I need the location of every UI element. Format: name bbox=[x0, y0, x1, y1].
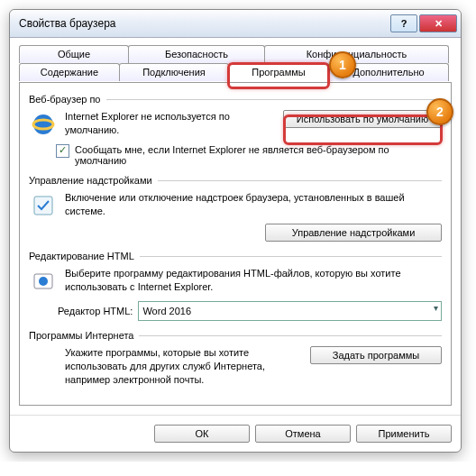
html-editor-label: Редактор HTML: bbox=[58, 306, 133, 316]
tab-connections[interactable]: Подключения bbox=[119, 63, 229, 81]
cancel-button[interactable]: Отмена bbox=[255, 425, 351, 443]
group-title-addons: Управление надстройками bbox=[29, 175, 158, 186]
group-internet-programs: Программы Интернета Укажите программы, к… bbox=[29, 330, 442, 387]
set-programs-button[interactable]: Задать программы bbox=[310, 346, 442, 364]
html-editor-select[interactable]: Word 2016 bbox=[138, 301, 442, 321]
tab-security[interactable]: Безопасность bbox=[128, 45, 265, 63]
notify-default-label: Сообщать мне, если Internet Explorer не … bbox=[75, 144, 442, 166]
tab-general[interactable]: Общие bbox=[19, 45, 129, 63]
ie-icon bbox=[29, 110, 58, 139]
tab-programs[interactable]: Программы bbox=[228, 63, 329, 81]
group-title-browser: Веб-браузер по bbox=[29, 94, 106, 105]
tabstrip: Общие Безопасность Конфиденциальность Со… bbox=[19, 45, 452, 83]
titlebar[interactable]: Свойства браузера ? ✕ bbox=[10, 10, 461, 38]
ok-button[interactable]: ОК bbox=[154, 425, 250, 443]
group-html-editing: Редактирование HTML Выберите программу р… bbox=[29, 251, 442, 321]
html-editor-icon bbox=[29, 267, 58, 296]
close-button[interactable]: ✕ bbox=[419, 14, 457, 32]
marker-2: 2 bbox=[426, 98, 453, 125]
group-addons: Управление надстройками Включение или от… bbox=[29, 175, 442, 242]
window-title: Свойства браузера bbox=[19, 17, 389, 30]
tab-privacy[interactable]: Конфиденциальность bbox=[264, 45, 449, 63]
marker-1: 1 bbox=[329, 51, 356, 78]
addons-msg: Включение или отключение надстроек брауз… bbox=[65, 191, 442, 218]
svg-point-0 bbox=[33, 114, 53, 134]
dialog-footer: ОК Отмена Применить bbox=[10, 415, 461, 452]
dialog-window: Свойства браузера ? ✕ Общие Безопасность… bbox=[9, 9, 462, 453]
manage-addons-button[interactable]: Управление надстройками bbox=[265, 224, 442, 242]
tab-content[interactable]: Содержание bbox=[19, 63, 120, 81]
set-default-button[interactable]: Использовать по умолчанию bbox=[283, 110, 442, 128]
svg-rect-2 bbox=[34, 197, 52, 215]
notify-default-checkbox[interactable]: ✓ bbox=[56, 144, 69, 158]
dialog-content: Общие Безопасность Конфиденциальность Со… bbox=[10, 38, 461, 415]
html-msg: Выберите программу редактирования HTML-ф… bbox=[65, 267, 442, 294]
browser-default-msg: Internet Explorer не используется по умо… bbox=[65, 110, 276, 137]
svg-point-4 bbox=[39, 277, 48, 286]
group-title-programs: Программы Интернета bbox=[29, 330, 139, 341]
programs-msg: Укажите программы, которые вы хотите исп… bbox=[65, 346, 303, 387]
help-button[interactable]: ? bbox=[390, 14, 417, 32]
group-title-html: Редактирование HTML bbox=[29, 251, 140, 261]
group-web-browser: Веб-браузер по Internet Explorer не испо… bbox=[29, 94, 442, 166]
spacer-icon bbox=[29, 346, 58, 375]
tab-panel: Веб-браузер по Internet Explorer не испо… bbox=[19, 82, 452, 406]
apply-button[interactable]: Применить bbox=[356, 425, 452, 443]
addons-icon bbox=[29, 191, 58, 220]
